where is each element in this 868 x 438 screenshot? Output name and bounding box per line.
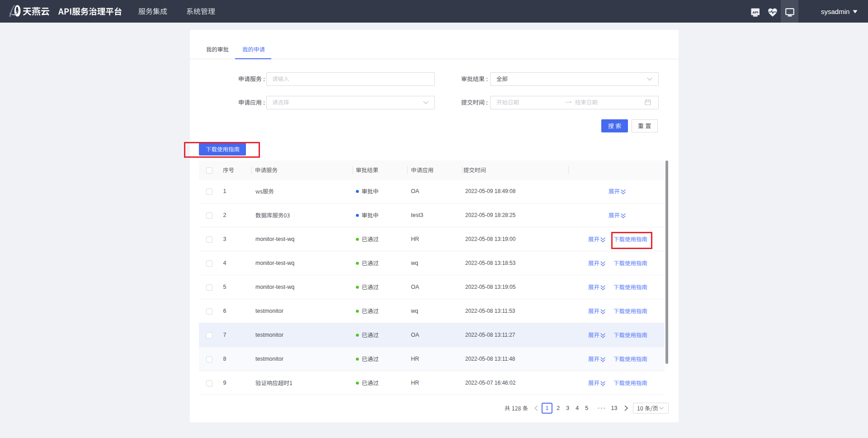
svg-text:API: API xyxy=(752,10,758,14)
